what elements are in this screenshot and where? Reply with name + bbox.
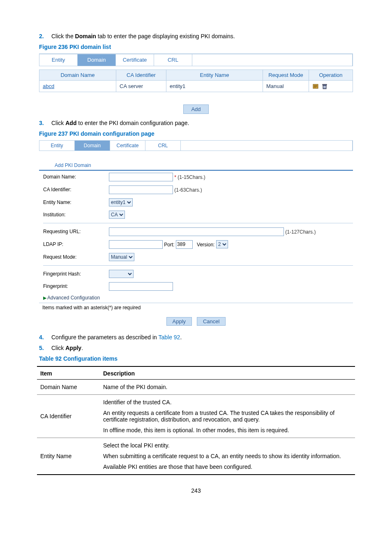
version-select[interactable]: 2 <box>216 240 228 248</box>
svg-rect-2 <box>323 84 327 85</box>
tab-domain[interactable]: Domain <box>78 54 116 66</box>
step-4-number: 4. <box>39 334 51 341</box>
ca-identifier-input[interactable] <box>109 185 173 194</box>
requesting-url-hint: (1-127Chars.) <box>285 229 316 234</box>
figure-237: Entity Domain Certificate CRL Add PKI Do… <box>39 140 353 326</box>
figure-237-caption: Figure 237 PKI domain configuration page <box>39 130 355 137</box>
label-domain-name: Domain Name: <box>39 171 105 183</box>
figure-236: Entity Domain Certificate CRL Domain Nam… <box>39 53 353 92</box>
step-5-text: Click Apply. <box>51 345 355 351</box>
table-92-link[interactable]: Table 92 <box>158 334 180 341</box>
domain-link[interactable]: abcd <box>43 83 54 89</box>
cell-item: Entity Name <box>37 438 100 475</box>
col-request-mode: Request Mode <box>263 70 309 81</box>
label-fingerprint-hash: Fingerprint Hash: <box>39 268 105 280</box>
add-button[interactable]: Add <box>183 104 208 114</box>
label-fingerprint: Fingerprint: <box>39 280 105 293</box>
tab-row-2: Entity Domain Certificate CRL <box>39 140 353 151</box>
cell-item: Domain Name <box>37 379 100 394</box>
col-operation: Operation <box>309 70 353 81</box>
col-entity-name: Entity Name <box>166 70 263 81</box>
section-title: Add PKI Domain <box>55 162 353 168</box>
fingerprint-input[interactable] <box>109 282 173 291</box>
cell-item: CA Identifier <box>37 394 100 438</box>
table-row: abcd CA server entity1 Manual <box>39 81 353 92</box>
label-version: Version: <box>197 241 214 247</box>
cell-entity: entity1 <box>166 81 263 92</box>
certificate-icon[interactable] <box>312 83 319 90</box>
label-entity-name: Entity Name: <box>39 196 105 209</box>
ca-identifier-hint: (1-63Chars.) <box>174 187 202 192</box>
tab-entity-2[interactable]: Entity <box>39 141 75 151</box>
entity-name-select[interactable]: entity1 <box>109 198 133 206</box>
tab-crl[interactable]: CRL <box>154 54 192 66</box>
tab-certificate[interactable]: Certificate <box>116 54 154 66</box>
table-92-caption: Table 92 Configuration items <box>39 355 355 362</box>
label-institution: Institution: <box>39 209 105 221</box>
apply-button[interactable]: Apply <box>166 317 192 326</box>
step-2-text: Click the Domain tab to enter the page d… <box>51 33 355 39</box>
step-3-number: 3. <box>39 120 51 126</box>
step-5: 5. Click Apply. <box>37 345 355 351</box>
cell-ca: CA server <box>116 81 166 92</box>
table-row: Domain NameName of the PKI domain. <box>37 379 355 394</box>
requesting-url-input[interactable] <box>109 227 284 236</box>
step-2-number: 2. <box>39 33 51 39</box>
port-input[interactable] <box>176 240 193 249</box>
request-mode-select[interactable]: Manual <box>109 253 134 261</box>
institution-select[interactable]: CA <box>109 211 125 219</box>
required-note: Items marked with an asterisk(*) are req… <box>39 303 353 313</box>
step-2: 2. Click the Domain tab to enter the pag… <box>37 33 355 39</box>
configuration-items-table: Item Description Domain NameName of the … <box>37 366 355 475</box>
expand-icon[interactable]: ▶ <box>43 295 46 300</box>
table-row: Entity NameSelect the local PKI entity.W… <box>37 438 355 475</box>
trash-icon[interactable] <box>321 83 328 90</box>
label-requesting-url: Requesting URL: <box>39 225 105 238</box>
step-4-text: Configure the parameters as described in… <box>51 334 355 341</box>
step-4: 4. Configure the parameters as described… <box>37 334 355 341</box>
ldap-ip-input[interactable] <box>109 240 163 249</box>
label-ldap-ip: LDAP IP: <box>39 238 105 251</box>
label-ca-identifier: CA Identifier: <box>39 183 105 196</box>
table-row: CA IdentifierIdentifier of the trusted C… <box>37 394 355 438</box>
fingerprint-hash-select[interactable] <box>109 270 134 278</box>
col-description: Description <box>100 366 355 380</box>
figure-236-caption: Figure 236 PKI domain list <box>39 44 355 50</box>
step-5-number: 5. <box>39 345 51 351</box>
step-3-text: Click Add to enter the PKI domain config… <box>51 120 355 126</box>
tab-entity[interactable]: Entity <box>39 54 78 66</box>
cell-description: Identifier of the trusted CA.An entity r… <box>100 394 355 438</box>
cell-mode: Manual <box>263 81 309 92</box>
tab-row: Entity Domain Certificate CRL <box>39 54 353 66</box>
col-ca-identifier: CA Identifier <box>116 70 166 81</box>
advanced-configuration-link[interactable]: Advanced Configuration <box>47 295 100 301</box>
col-domain-name: Domain Name <box>39 70 116 81</box>
label-request-mode: Request Mode: <box>39 251 105 263</box>
pki-domain-form: Domain Name: * (1-15Chars.) CA Identifie… <box>39 171 353 303</box>
domain-name-hint: (1-15Chars.) <box>178 174 205 180</box>
domain-list-table: Domain Name CA Identifier Entity Name Re… <box>39 70 353 92</box>
col-item: Item <box>37 366 100 380</box>
cell-description: Select the local PKI entity.When submitt… <box>100 438 355 475</box>
tab-crl-2[interactable]: CRL <box>145 141 181 151</box>
cell-description: Name of the PKI domain. <box>100 379 355 394</box>
step-3: 3. Click Add to enter the PKI domain con… <box>37 120 355 126</box>
tab-domain-2[interactable]: Domain <box>75 141 110 151</box>
domain-name-input[interactable] <box>109 173 173 181</box>
page-number: 243 <box>37 487 355 494</box>
tab-certificate-2[interactable]: Certificate <box>110 141 145 151</box>
label-port: Port: <box>164 241 174 247</box>
cancel-button[interactable]: Cancel <box>197 317 226 326</box>
